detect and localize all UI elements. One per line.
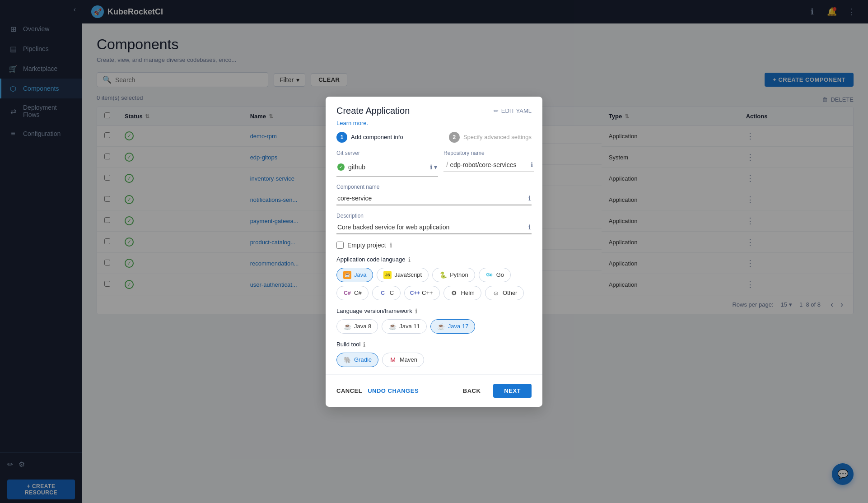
chip-java8-label: Java 8: [354, 323, 371, 330]
info-icon[interactable]: ℹ: [430, 163, 432, 171]
component-name-group: Component name ℹ: [336, 184, 532, 205]
chip-csharp-label: C#: [354, 289, 362, 296]
other-icon: ☺: [492, 289, 500, 297]
chip-java[interactable]: ☕ Java: [336, 268, 373, 282]
chip-javascript[interactable]: JS JavaScript: [377, 268, 429, 282]
description-group: Description ℹ: [336, 213, 532, 234]
java-icon: ☕: [343, 271, 351, 279]
chip-java11[interactable]: ☕ Java 11: [382, 319, 427, 334]
modal-steps: 1 Add component info 2 Specify advanced …: [326, 132, 542, 150]
step-2-circle: 2: [449, 132, 460, 143]
modal-title: Create Application: [336, 106, 410, 116]
language-section: Application code language ℹ ☕ Java JS Ja…: [336, 256, 532, 300]
step-2-label: Specify advanced settings: [463, 134, 532, 140]
chip-c[interactable]: C C: [372, 286, 401, 300]
chip-helm[interactable]: ⚙ Helm: [443, 286, 481, 300]
modal-overlay: Create Application ✏ EDIT YAML Learn mor…: [0, 0, 868, 503]
component-name-input[interactable]: [337, 195, 527, 202]
chevron-down-icon[interactable]: ▾: [434, 163, 437, 171]
component-name-input-container: ℹ: [336, 192, 532, 205]
empty-project-label: Empty project: [347, 242, 386, 249]
pencil-icon: ✏: [494, 107, 499, 114]
step-1-label: Add component info: [351, 134, 403, 140]
gradle-icon: 🐘: [343, 356, 351, 364]
chip-java17-label: Java 17: [448, 323, 469, 330]
build-tool-section-label: Build tool ℹ: [336, 341, 532, 348]
repo-name-label: Repository name: [443, 150, 534, 156]
build-tool-section: Build tool ℹ 🐘 Gradle M Maven: [336, 341, 532, 367]
python-icon: 🐍: [439, 271, 447, 279]
description-input[interactable]: [337, 224, 527, 231]
edit-yaml-label: EDIT YAML: [501, 107, 532, 114]
language-section-label: Application code language ℹ: [336, 256, 532, 263]
step-1-circle: 1: [336, 132, 347, 143]
empty-project-checkbox[interactable]: [336, 242, 344, 249]
edit-yaml-button[interactable]: ✏ EDIT YAML: [494, 107, 532, 114]
version-info-icon[interactable]: ℹ: [415, 307, 417, 315]
step-divider: [407, 137, 445, 137]
chip-python[interactable]: 🐍 Python: [432, 268, 475, 282]
csharp-icon: C#: [343, 289, 351, 297]
git-server-label: Git server: [336, 150, 438, 156]
chip-go-label: Go: [496, 271, 504, 278]
chip-csharp[interactable]: C# C#: [336, 286, 369, 300]
chip-java17[interactable]: ☕ Java 17: [430, 319, 476, 334]
description-label: Description: [336, 213, 532, 219]
empty-project-info-icon[interactable]: ℹ: [390, 242, 392, 249]
chip-js-label: JavaScript: [394, 271, 422, 278]
language-info-icon[interactable]: ℹ: [408, 256, 411, 263]
modal-footer: CANCEL UNDO CHANGES BACK NEXT: [326, 374, 542, 407]
chip-cpp-label: C++: [422, 289, 433, 296]
chip-gradle[interactable]: 🐘 Gradle: [336, 353, 378, 367]
chip-java11-label: Java 11: [399, 323, 420, 330]
java17-icon: ☕: [437, 322, 445, 331]
chip-java8[interactable]: ☕ Java 8: [336, 319, 378, 334]
modal-body: Git server ✓ ℹ ▾ Repository name / ℹ: [326, 150, 542, 367]
repo-info-icon[interactable]: ℹ: [531, 161, 533, 168]
repo-name-group: Repository name / ℹ: [443, 150, 534, 177]
chip-c-label: C: [390, 289, 394, 296]
cpp-icon: C++: [411, 289, 419, 297]
component-info-icon[interactable]: ℹ: [528, 195, 531, 202]
undo-changes-button[interactable]: UNDO CHANGES: [368, 387, 419, 394]
build-tool-chips: 🐘 Gradle M Maven: [336, 353, 532, 367]
language-chips: ☕ Java JS JavaScript 🐍 Python Go Go: [336, 268, 532, 300]
build-tool-info-icon[interactable]: ℹ: [363, 341, 365, 348]
chip-cpp[interactable]: C++ C++: [404, 286, 440, 300]
git-server-input[interactable]: [347, 161, 428, 173]
version-section-label: Language version/framework ℹ: [336, 307, 532, 315]
chip-maven[interactable]: M Maven: [382, 353, 424, 367]
component-name-label: Component name: [336, 184, 532, 190]
chip-maven-label: Maven: [400, 356, 417, 363]
learn-more-link[interactable]: Learn more.: [326, 116, 542, 132]
go-icon: Go: [485, 271, 494, 279]
chip-helm-label: Helm: [461, 289, 475, 296]
maven-icon: M: [389, 356, 397, 364]
version-chips: ☕ Java 8 ☕ Java 11 ☕ Java 17: [336, 319, 532, 334]
chip-go[interactable]: Go Go: [479, 268, 511, 282]
chip-other[interactable]: ☺ Other: [485, 286, 524, 300]
git-repo-row: Git server ✓ ℹ ▾ Repository name / ℹ: [336, 150, 532, 177]
back-button[interactable]: BACK: [456, 384, 488, 398]
repo-name-input-container: / ℹ: [443, 158, 534, 172]
next-button[interactable]: NEXT: [493, 384, 532, 398]
modal-header: Create Application ✏ EDIT YAML: [326, 97, 542, 116]
js-icon: JS: [383, 271, 392, 279]
chip-gradle-label: Gradle: [354, 356, 372, 363]
chip-java-label: Java: [354, 271, 366, 278]
chip-other-label: Other: [503, 289, 518, 296]
chip-python-label: Python: [450, 271, 468, 278]
version-section: Language version/framework ℹ ☕ Java 8 ☕ …: [336, 307, 532, 334]
java11-icon: ☕: [388, 322, 397, 331]
git-status-icon: ✓: [337, 163, 345, 171]
description-input-container: ℹ: [336, 221, 532, 234]
helm-icon: ⚙: [450, 289, 458, 297]
git-server-input-container: ✓ ℹ ▾: [336, 158, 438, 177]
description-info-icon[interactable]: ℹ: [528, 224, 531, 231]
cancel-button[interactable]: CANCEL: [336, 387, 362, 394]
empty-project-row: Empty project ℹ: [336, 242, 532, 249]
java8-icon: ☕: [343, 322, 351, 331]
git-server-group: Git server ✓ ℹ ▾: [336, 150, 438, 177]
c-icon: C: [379, 289, 387, 297]
repo-name-input[interactable]: [450, 161, 529, 168]
